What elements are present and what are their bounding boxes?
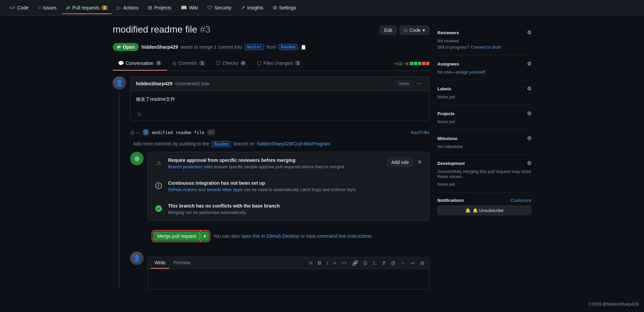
preview-tab[interactable]: Preview (169, 257, 194, 269)
repo-link[interactable]: hiddenSharp429/Ccyl-MiniProgram (257, 141, 330, 146)
nav-actions[interactable]: ▷ Actions (113, 2, 143, 14)
open-status-badge: ⇄ Open (113, 43, 139, 51)
checks-badge: 0 (240, 61, 247, 65)
check-conflicts-title: This branch has no conflicts with the ba… (168, 203, 424, 209)
toolbar-italic-button[interactable]: I (325, 259, 330, 267)
development-gear-icon[interactable]: ⚙ (527, 160, 531, 166)
toolbar-link-button[interactable]: 🔗 (350, 259, 360, 267)
merge-extra-text: You can also open this in GitHub Desktop… (213, 233, 373, 239)
nav-security[interactable]: 🛡 Security (203, 2, 235, 14)
github-actions-link[interactable]: GitHub Actions (168, 187, 197, 192)
chevron-down-icon: ▾ (204, 233, 206, 239)
branch-protection-link[interactable]: Branch protection rules (168, 164, 213, 169)
nav-code[interactable]: <> Code (5, 2, 33, 14)
conversation-timeline: 👤 hiddenSharp429 commented now Owner ··· (113, 76, 429, 289)
main-container: modified readme file #3 Edit ◇ Code ▾ ⇄ … (107, 16, 537, 298)
top-navigation: <> Code ○ Issues ⇄ Pull requests 1 ▷ Act… (0, 0, 644, 16)
add-rule-button[interactable]: Add rule (387, 158, 413, 167)
source-branch-tag: Readme (279, 44, 298, 50)
unsubscribe-button[interactable]: 🔔 🔔 Unsubscribe (437, 206, 531, 215)
reviewers-title: Reviewers (437, 30, 459, 35)
files-badge: 1 (295, 61, 301, 65)
tab-files-changed[interactable]: ☐ Files changed 1 (252, 56, 306, 71)
toolbar-mention-button[interactable]: @ (389, 259, 397, 267)
watermark: CSDN @hiddenSharp429 (589, 302, 639, 307)
comment-input[interactable] (148, 269, 429, 289)
assignees-gear-icon[interactable]: ⚙ (527, 61, 531, 67)
development-value: Successfully merging this pull request m… (437, 169, 531, 187)
close-check-button[interactable]: ✕ (416, 159, 424, 166)
copy-branch-icon[interactable]: 📋 (301, 44, 306, 50)
tab-checks[interactable]: ☐ Checks 0 (211, 56, 252, 71)
assignees-section: Assignees ⚙ No one—assign yourself (437, 55, 531, 80)
merge-avatar-icon: ⊗ (130, 152, 144, 165)
labels-gear-icon[interactable]: ⚙ (527, 86, 531, 92)
pr-number: #3 (200, 24, 210, 35)
conversation-icon: 💬 (118, 60, 124, 66)
emoji-button[interactable]: ☺ (136, 110, 143, 118)
toolbar-undo-button[interactable]: ↩ (409, 259, 417, 267)
commits-icon: ◎ (172, 60, 176, 66)
pull-request-icon: ⇄ (66, 5, 70, 11)
diff-bars (410, 62, 429, 65)
commenter-avatar: 👤 (113, 76, 126, 90)
nav-projects[interactable]: ⊞ Projects (144, 2, 175, 14)
checks-icon: ☐ (216, 60, 220, 66)
other-apps-link[interactable]: several other apps (207, 187, 243, 192)
status-row: ⇄ Open hiddenSharp429 wants to merge 1 c… (113, 43, 429, 51)
write-tab[interactable]: Write (151, 257, 169, 269)
commenter-name: hiddenSharp429 (136, 81, 172, 86)
assignees-value: No one—assign yourself (437, 70, 531, 75)
reviewers-gear-icon[interactable]: ⚙ (527, 30, 531, 36)
warning-icon: ⚠ (153, 158, 164, 168)
toolbar-bold-button[interactable]: B (316, 259, 323, 267)
toolbar-list-button[interactable]: ☰ (361, 259, 370, 267)
milestone-gear-icon[interactable]: ⚙ (527, 135, 531, 141)
toolbar-ref-button[interactable]: ↔ (399, 259, 408, 267)
nav-pull-requests[interactable]: ⇄ Pull requests 1 (62, 2, 112, 14)
write-comment-area: Write Preview H B I ≡ <> 🔗 ☰ 1. (148, 257, 429, 289)
check-approval-title: Require approval from specific reviewers… (168, 158, 383, 163)
comment-more-button[interactable]: ··· (415, 80, 424, 87)
assign-yourself-link[interactable]: assign yourself (456, 70, 485, 75)
diff-bar-4 (422, 62, 425, 65)
tab-commits[interactable]: ◎ Commits 1 (167, 56, 211, 71)
code-button[interactable]: ◇ Code ▾ (399, 26, 429, 35)
nav-settings[interactable]: ⚙ Settings (269, 2, 300, 14)
code-icon: <> (9, 5, 15, 10)
convert-draft-link[interactable]: Convert to draft (471, 45, 501, 50)
bell-icon: 🔔 (465, 208, 471, 213)
command-line-link[interactable]: command line instructions (317, 233, 371, 239)
toolbar-h-button[interactable]: H (307, 259, 314, 267)
projects-gear-icon[interactable]: ⚙ (527, 110, 531, 117)
merge-dropdown-button[interactable]: ▾ (201, 231, 209, 241)
ci-icon (153, 180, 164, 191)
diff-bar-2 (414, 62, 417, 65)
toolbar-task-list-button[interactable]: ⁋ (380, 259, 387, 267)
reply-avatar: 👤 (130, 252, 144, 265)
open-github-desktop-link[interactable]: open this in GitHub Desktop (241, 233, 300, 239)
nav-insights[interactable]: ↗ Insights (237, 2, 267, 14)
wiki-icon: 📖 (181, 5, 187, 11)
commit-dots-button[interactable]: ··· (207, 130, 215, 135)
pr-author: hiddenSharp429 (142, 44, 178, 50)
edit-button[interactable]: Edit (380, 26, 396, 35)
nav-wiki[interactable]: 📖 Wiki (177, 2, 202, 14)
merge-pull-request-button[interactable]: Merge pull request (153, 231, 201, 241)
security-icon: 🛡 (207, 5, 212, 10)
comment-footer: ☺ (130, 108, 429, 121)
toolbar-code-button[interactable]: <> (339, 259, 349, 267)
customize-notifications-link[interactable]: Customize (511, 198, 531, 203)
tab-conversation[interactable]: 💬 Conversation 0 (113, 56, 167, 71)
diff-bar-5 (426, 62, 429, 65)
labels-value: None yet (437, 94, 531, 99)
reviewers-section: Reviewers ⚙ No reviews Still in progress… (437, 24, 531, 55)
labels-section: Labels ⚙ None yet (437, 80, 531, 105)
commit-hash[interactable]: 6aa7c8a (411, 130, 429, 135)
content-area: modified readme file #3 Edit ◇ Code ▾ ⇄ … (113, 24, 429, 289)
toolbar-quote-button[interactable]: ≡ (331, 259, 338, 267)
toolbar-table-button[interactable]: ⊞ (418, 259, 426, 267)
toolbar-ordered-list-button[interactable]: 1. (371, 259, 379, 267)
pr-title: modified readme file #3 (113, 24, 210, 35)
nav-issues[interactable]: ○ Issues (34, 2, 61, 14)
